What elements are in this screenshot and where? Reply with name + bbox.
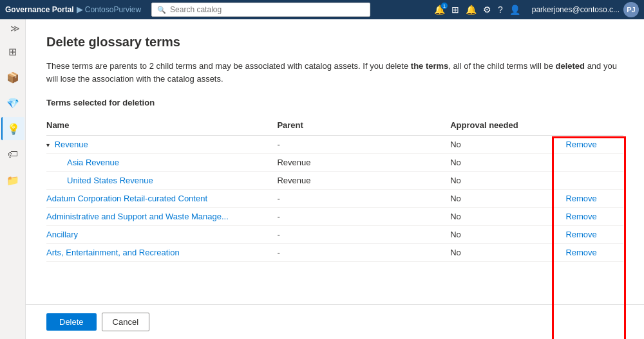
remove-button-admin[interactable]: Remove	[565, 212, 596, 221]
approval-cell: No	[450, 190, 565, 208]
delete-button[interactable]: Delete	[46, 313, 97, 331]
table-row: Administrative and Support and Waste Man…	[46, 208, 623, 226]
table-row: Ancillary - No Remove	[46, 226, 623, 244]
table-row: Arts, Entertainment, and Recreation - No…	[46, 244, 623, 262]
sidebar-toggle[interactable]: ≫	[0, 23, 25, 33]
term-link-adatum[interactable]: Adatum Corporation Retail-curated Conten…	[46, 194, 207, 203]
approval-cell: No	[450, 226, 565, 244]
table-row: ▾ Revenue - No Remove	[46, 136, 623, 154]
remove-button-revenue[interactable]: Remove	[565, 140, 596, 149]
archive-icon: 📁	[6, 174, 19, 187]
alert-icon[interactable]: 🔔	[466, 5, 477, 15]
sidebar-item-home[interactable]: ⊞	[1, 40, 24, 63]
approval-cell: No	[450, 154, 565, 172]
table-row: Adatum Corporation Retail-curated Conten…	[46, 190, 623, 208]
col-header-parent: Parent	[277, 115, 450, 136]
remove-button-ancillary[interactable]: Remove	[565, 230, 596, 239]
page-title: Delete glossary terms	[46, 35, 623, 50]
footer-actions: Delete Cancel	[26, 304, 644, 339]
col-header-approval: Approval needed	[450, 115, 565, 136]
sidebar-item-assets[interactable]: 🏷	[1, 143, 24, 166]
search-bar[interactable]: 🔍	[151, 3, 370, 17]
cancel-button[interactable]: Cancel	[102, 313, 149, 331]
approval-cell: No	[450, 208, 565, 226]
warning-before: These terms are parents to 2 child terms…	[46, 61, 411, 71]
main-layout: ≫ ⊞ 📦 💎 💡 🏷 📁 Delete glossary terms Thes…	[0, 19, 644, 339]
user-section: parkerjones@contoso.c... PJ	[532, 2, 639, 17]
insights-icon: 💎	[6, 97, 19, 109]
warning-middle: , all of the child terms will be	[448, 61, 555, 71]
collection-icon[interactable]: ⊞	[451, 5, 459, 15]
parent-cell: -	[277, 136, 450, 154]
term-link-arts[interactable]: Arts, Entertainment, and Recreation	[46, 248, 180, 257]
approval-cell: No	[450, 172, 565, 190]
nav-icons-area: 🔔 1 ⊞ 🔔 ⚙ ? 👤 parkerjones@contoso.c... P…	[434, 2, 639, 17]
section-title: Terms selected for deletion	[46, 98, 623, 107]
col-header-name: Name	[46, 115, 277, 136]
sidebar-item-insights[interactable]: 💎	[1, 91, 24, 115]
remove-button-arts[interactable]: Remove	[565, 248, 596, 257]
approval-cell: No	[450, 136, 565, 154]
catalog-icon: 📦	[6, 71, 19, 84]
sidebar-item-catalog[interactable]: 📦	[1, 66, 24, 89]
col-header-action	[565, 115, 623, 136]
remove-button-adatum[interactable]: Remove	[565, 194, 596, 203]
warning-bold2: deleted	[556, 61, 585, 71]
brand-name: Governance Portal	[5, 5, 74, 14]
parent-cell: -	[277, 208, 450, 226]
glossary-icon: 💡	[7, 123, 20, 135]
table-row: Asia Revenue Revenue No	[46, 154, 623, 172]
search-input[interactable]	[170, 5, 365, 14]
warning-bold1: the terms	[411, 61, 449, 71]
terms-table: Name Parent Approval needed ▾ Revenue -	[46, 115, 623, 262]
top-navigation: Governance Portal ▶ ContosoPurview 🔍 🔔 1…	[0, 0, 644, 19]
table-row: United States Revenue Revenue No	[46, 172, 623, 190]
notification-icon[interactable]: 🔔 1	[434, 5, 445, 15]
parent-cell: Revenue	[277, 154, 450, 172]
warning-text: These terms are parents to 2 child terms…	[46, 60, 623, 85]
breadcrumb-separator: ▶	[77, 5, 82, 14]
avatar[interactable]: PJ	[623, 2, 639, 17]
term-link-revenue[interactable]: Revenue	[55, 140, 88, 149]
help-icon[interactable]: ?	[498, 5, 503, 15]
settings-icon[interactable]: ⚙	[483, 5, 491, 15]
sidebar: ≫ ⊞ 📦 💎 💡 🏷 📁	[0, 19, 26, 339]
brand-area: Governance Portal ▶ ContosoPurview	[5, 5, 141, 14]
term-link-us-revenue[interactable]: United States Revenue	[67, 176, 153, 185]
term-link-admin[interactable]: Administrative and Support and Waste Man…	[46, 212, 229, 221]
expand-icon: ▾	[46, 142, 50, 149]
user-name: parkerjones@contoso.c...	[532, 5, 620, 14]
parent-cell: -	[277, 244, 450, 262]
notification-badge: 1	[440, 2, 448, 10]
parent-cell: -	[277, 226, 450, 244]
parent-cell: Revenue	[277, 172, 450, 190]
sidebar-item-glossary[interactable]: 💡	[1, 117, 24, 140]
main-content: Delete glossary terms These terms are pa…	[26, 19, 644, 339]
term-link-asia-revenue[interactable]: Asia Revenue	[67, 158, 119, 167]
sub-brand-name: ContosoPurview	[85, 5, 141, 14]
people-icon[interactable]: 👤	[509, 5, 520, 15]
search-icon: 🔍	[157, 6, 166, 14]
term-link-ancillary[interactable]: Ancillary	[46, 230, 78, 239]
approval-cell: No	[450, 244, 565, 262]
assets-icon: 🏷	[8, 149, 18, 160]
sidebar-item-archive[interactable]: 📁	[1, 169, 24, 192]
parent-cell: -	[277, 190, 450, 208]
home-icon: ⊞	[8, 46, 17, 58]
